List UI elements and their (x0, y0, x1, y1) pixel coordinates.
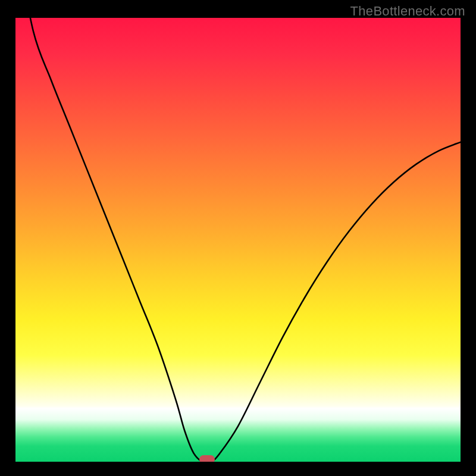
plot-area (15, 18, 461, 462)
bottleneck-curve (15, 18, 461, 462)
chart-stage: TheBottleneck.com (0, 0, 476, 476)
optimum-marker (199, 455, 215, 462)
watermark-label: TheBottleneck.com (350, 4, 465, 19)
curve-svg (15, 18, 461, 462)
